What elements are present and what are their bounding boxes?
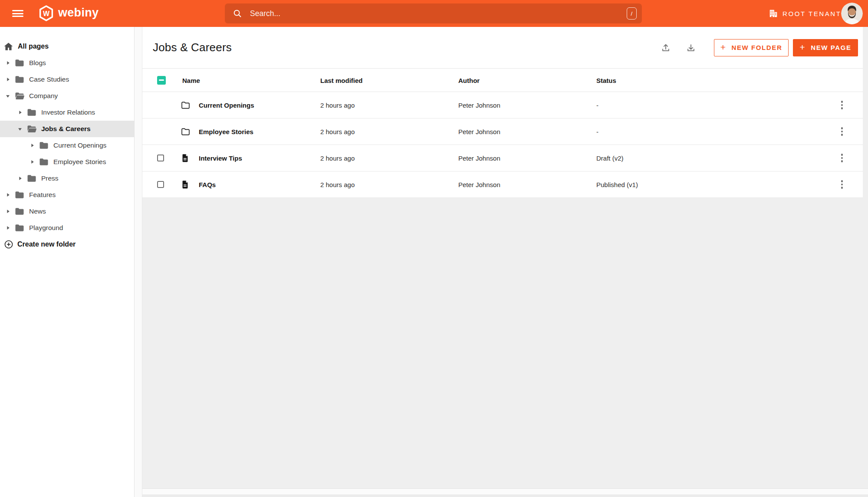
export-button[interactable] (683, 40, 699, 56)
svg-text:W: W (43, 10, 50, 17)
page-header: Jobs & Careers + (142, 27, 863, 69)
sidebar-item-news[interactable]: News (0, 203, 134, 220)
main-content: Jobs & Careers + (142, 27, 868, 497)
page-icon (181, 180, 190, 190)
sidebar-item-label: Features (29, 191, 56, 199)
upload-icon (661, 43, 671, 53)
folder-tree: Blogs Case Studies (0, 55, 134, 236)
folder-open-icon (14, 91, 25, 101)
row-author: Peter Johnson (458, 128, 500, 135)
row-status: - (596, 102, 598, 109)
column-header-status[interactable]: Status (596, 76, 616, 84)
logo-wordmark: webiny (58, 7, 99, 20)
folder-closed-icon (39, 157, 49, 167)
folder-closed-icon (14, 223, 25, 233)
add-circle-icon (4, 240, 13, 249)
sidebar-item-label: Press (41, 174, 59, 182)
caret-right-icon[interactable] (6, 226, 10, 230)
caret-down-icon[interactable] (18, 127, 22, 131)
new-folder-label: NEW FOLDER (732, 44, 783, 51)
building-icon (769, 9, 778, 18)
plus-icon: + (799, 43, 806, 52)
column-header-name[interactable]: Name (182, 76, 200, 84)
header-actions: + NEW FOLDER + NEW PAGE (658, 39, 858, 56)
caret-right-icon[interactable] (18, 110, 22, 115)
download-icon (686, 43, 696, 53)
caret-right-icon[interactable] (30, 143, 34, 148)
sidebar-item-investor-relations[interactable]: Investor Relations (0, 104, 134, 121)
new-page-label: NEW PAGE (811, 44, 851, 51)
sidebar-item-case-studies[interactable]: Case Studies (0, 71, 134, 88)
sidebar-item-all-pages[interactable]: All pages (0, 38, 134, 55)
avatar-photo (841, 3, 863, 24)
row-menu-button[interactable] (836, 178, 848, 191)
row-name[interactable]: Employee Stories (199, 128, 253, 135)
global-search[interactable]: / (225, 3, 642, 23)
row-checkbox[interactable] (157, 181, 164, 188)
sidebar-item-label: Investor Relations (41, 109, 95, 116)
folder-icon (181, 127, 191, 137)
sidebar-item-label: Current Openings (53, 142, 106, 149)
menu-icon[interactable] (12, 10, 23, 17)
app-body: All pages Blogs (0, 27, 868, 497)
caret-right-icon[interactable] (6, 61, 10, 65)
sidebar-item-label: News (29, 207, 46, 215)
row-status: Draft (v2) (596, 155, 624, 162)
search-icon (233, 9, 242, 18)
sidebar-gutter (135, 27, 142, 497)
row-last-modified: 2 hours ago (320, 155, 355, 162)
home-icon (3, 42, 13, 52)
table-row-interview-tips[interactable]: Interview Tips 2 hours ago Peter Johnson… (142, 145, 863, 171)
caret-right-icon[interactable] (30, 160, 34, 164)
caret-right-icon[interactable] (6, 209, 10, 214)
sidebar-item-current-openings[interactable]: Current Openings (0, 137, 134, 154)
caret-right-icon[interactable] (18, 176, 22, 181)
row-name[interactable]: Current Openings (199, 102, 254, 109)
new-folder-button[interactable]: + NEW FOLDER (714, 39, 789, 56)
search-input[interactable] (249, 9, 627, 19)
sidebar-item-label: Blogs (29, 59, 46, 67)
caret-down-icon[interactable] (6, 94, 10, 98)
row-menu-button[interactable] (836, 152, 848, 164)
row-last-modified: 2 hours ago (320, 181, 355, 188)
row-name[interactable]: FAQs (199, 181, 216, 188)
user-avatar[interactable] (841, 3, 863, 24)
sidebar-item-jobs-careers[interactable]: Jobs & Careers (0, 121, 134, 137)
sidebar-item-playground[interactable]: Playground (0, 220, 134, 236)
column-header-last-modified[interactable]: Last modified (320, 76, 363, 84)
webiny-logo: W webiny (39, 5, 99, 21)
top-bar: W webiny / ROOT TENANT (0, 0, 868, 27)
create-new-folder-button[interactable]: Create new folder (0, 236, 134, 253)
folder-closed-icon (26, 173, 37, 184)
sidebar-item-employee-stories[interactable]: Employee Stories (0, 154, 134, 170)
sidebar-item-blogs[interactable]: Blogs (0, 55, 134, 71)
row-last-modified: 2 hours ago (320, 102, 355, 109)
tenant-selector[interactable]: ROOT TENANT (769, 0, 842, 27)
caret-right-icon[interactable] (6, 77, 10, 82)
create-folder-label: Create new folder (17, 240, 76, 248)
import-button[interactable] (658, 40, 674, 56)
table-row-faqs[interactable]: FAQs 2 hours ago Peter Johnson Published… (142, 171, 863, 198)
caret-right-icon[interactable] (6, 193, 10, 197)
new-page-button[interactable]: + NEW PAGE (793, 39, 858, 56)
row-name[interactable]: Interview Tips (199, 155, 242, 162)
table-row-current-openings[interactable]: Current Openings 2 hours ago Peter Johns… (142, 92, 863, 118)
row-author: Peter Johnson (458, 155, 500, 162)
content-sheet: Jobs & Careers + (142, 27, 863, 198)
row-checkbox[interactable] (157, 155, 164, 161)
folder-closed-icon (26, 107, 37, 118)
sidebar-item-press[interactable]: Press (0, 170, 134, 187)
row-menu-button[interactable] (836, 99, 848, 111)
table-row-employee-stories[interactable]: Employee Stories 2 hours ago Peter Johns… (142, 118, 863, 145)
webiny-hexagon-icon: W (39, 5, 53, 21)
sidebar-item-label: Case Studies (29, 76, 69, 83)
sidebar-item-company[interactable]: Company (0, 88, 134, 104)
row-menu-button[interactable] (836, 125, 848, 138)
row-status: Published (v1) (596, 181, 638, 188)
folder-closed-icon (14, 58, 25, 68)
tenant-name: ROOT TENANT (783, 10, 842, 17)
horizontal-scrollbar[interactable] (142, 488, 868, 497)
select-all-checkbox[interactable] (157, 76, 166, 85)
column-header-author[interactable]: Author (458, 76, 480, 84)
sidebar-item-features[interactable]: Features (0, 187, 134, 203)
